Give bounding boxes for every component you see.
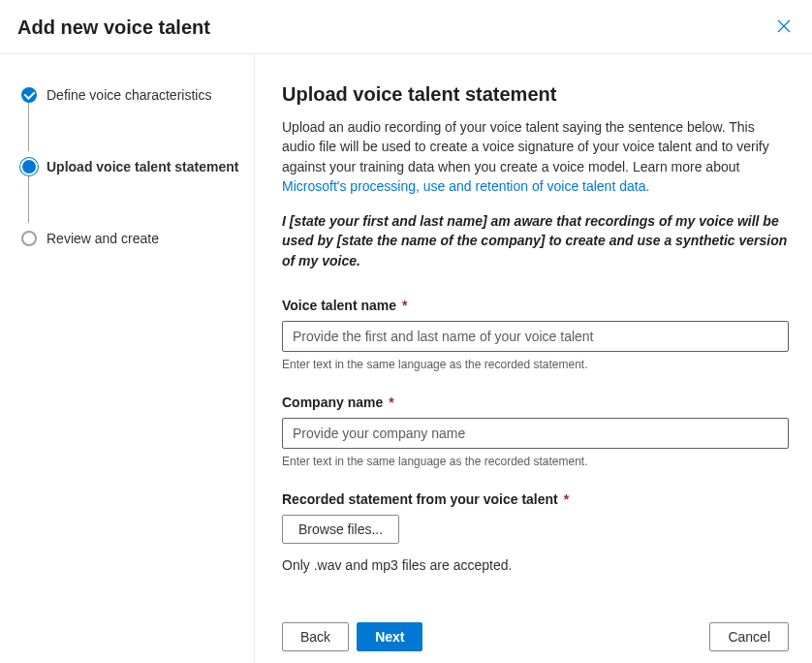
required-indicator: * xyxy=(398,298,407,313)
company-name-hint: Enter text in the same language as the r… xyxy=(282,455,789,468)
step-label: Upload voice talent statement xyxy=(47,159,238,174)
step-review-create[interactable]: Review and create xyxy=(21,227,244,250)
check-icon xyxy=(21,87,37,103)
current-step-icon xyxy=(22,160,36,174)
voice-talent-name-input[interactable] xyxy=(282,321,789,352)
close-icon xyxy=(777,19,791,36)
required-indicator: * xyxy=(560,491,569,507)
cancel-button[interactable]: Cancel xyxy=(709,622,789,651)
wizard-steps: Define voice characteristics Upload voic… xyxy=(21,83,244,250)
step-upload-statement[interactable]: Upload voice talent statement xyxy=(21,155,244,178)
wizard-main: Upload voice talent statement Upload an … xyxy=(255,54,812,663)
recorded-statement-label: Recorded statement from your voice talen… xyxy=(282,491,789,507)
dialog-header: Add new voice talent xyxy=(0,0,812,54)
wizard-footer: Back Next Cancel xyxy=(255,608,812,663)
description: Upload an audio recording of your voice … xyxy=(282,117,789,196)
page-heading: Upload voice talent statement xyxy=(282,83,789,106)
next-button[interactable]: Next xyxy=(357,622,422,651)
footer-left: Back Next xyxy=(282,622,422,651)
voice-talent-name-label: Voice talent name * xyxy=(282,298,789,313)
browse-files-button[interactable]: Browse files... xyxy=(282,515,399,544)
dialog-title: Add new voice talent xyxy=(17,16,210,39)
field-voice-talent-name: Voice talent name * Enter text in the sa… xyxy=(282,298,789,371)
company-name-label: Company name * xyxy=(282,395,789,410)
company-name-input[interactable] xyxy=(282,418,789,449)
step-connector xyxy=(28,174,29,223)
learn-more-link[interactable]: Microsoft's processing, use and retentio… xyxy=(282,178,649,194)
back-button[interactable]: Back xyxy=(282,622,349,651)
required-indicator: * xyxy=(385,395,393,410)
content-area: Upload voice talent statement Upload an … xyxy=(255,54,812,608)
field-company-name: Company name * Enter text in the same la… xyxy=(282,395,789,468)
field-recorded-statement: Recorded statement from your voice talen… xyxy=(282,491,789,573)
statement-text: I [state your first and last name] am aw… xyxy=(282,211,789,270)
step-label: Review and create xyxy=(47,231,159,246)
upcoming-step-icon xyxy=(21,231,37,246)
file-type-hint: Only .wav and mp3 files are accepted. xyxy=(282,557,789,573)
dialog-body: Define voice characteristics Upload voic… xyxy=(0,54,812,663)
step-connector xyxy=(28,103,29,151)
description-text: Upload an audio recording of your voice … xyxy=(282,119,769,174)
wizard-sidebar: Define voice characteristics Upload voic… xyxy=(0,54,255,663)
step-define-characteristics[interactable]: Define voice characteristics xyxy=(21,83,244,107)
step-label: Define voice characteristics xyxy=(47,87,211,103)
close-button[interactable] xyxy=(773,16,795,40)
voice-talent-name-hint: Enter text in the same language as the r… xyxy=(282,358,789,371)
